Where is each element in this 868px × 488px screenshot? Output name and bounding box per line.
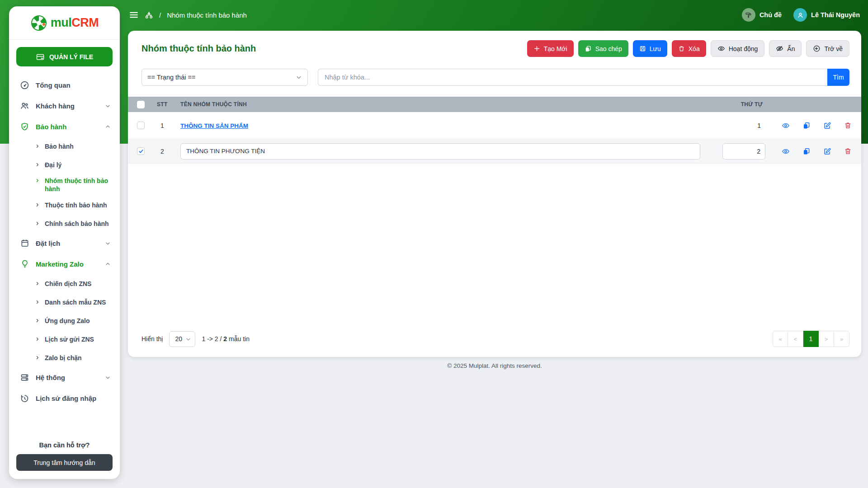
sidebar-subitem-bao-hanh[interactable]: Bảo hành xyxy=(9,137,120,155)
column-header-stt: STT xyxy=(157,101,180,108)
breadcrumb-separator: / xyxy=(159,11,161,19)
paint-roller-icon xyxy=(742,8,755,22)
chevron-right-icon xyxy=(35,144,40,149)
hide-button[interactable]: Ẩn xyxy=(769,40,802,57)
page-size-select[interactable]: 20 xyxy=(169,331,195,347)
chevron-right-icon xyxy=(35,221,40,226)
sidebar-item-tong-quan[interactable]: Tổng quan xyxy=(9,75,120,95)
row-checkbox[interactable] xyxy=(137,122,145,129)
column-header-name: TÊN NHÓM THUỘC TÍNH xyxy=(180,101,707,108)
lightbulb-icon xyxy=(20,259,29,269)
help-center-button[interactable]: Trung tâm hướng dẫn xyxy=(16,454,113,471)
trash-icon xyxy=(844,122,852,130)
sidebar-subitem-thuoc-tinh-bao-hanh[interactable]: Thuộc tính bảo hành xyxy=(9,196,120,214)
theme-switcher[interactable]: Chủ đề xyxy=(742,8,782,22)
sidebar-item-bao-hanh[interactable]: Bảo hành xyxy=(9,116,120,137)
chevron-down-icon xyxy=(105,103,111,109)
sidebar-subitem-dai-ly[interactable]: Đại lý xyxy=(9,155,120,174)
chevron-up-icon xyxy=(105,124,111,130)
history-icon xyxy=(20,394,29,403)
sidebar-subitem-ung-dung-zalo[interactable]: Ứng dụng Zalo xyxy=(9,311,120,330)
copy-icon xyxy=(802,147,811,155)
delete-row-button[interactable] xyxy=(843,146,853,156)
sidebar-item-dat-lich[interactable]: Đặt lịch xyxy=(9,233,120,253)
chevron-right-icon xyxy=(35,178,40,183)
copy-icon xyxy=(585,45,592,52)
save-icon xyxy=(639,45,646,52)
chevron-right-icon xyxy=(35,355,40,360)
copy-button[interactable]: Sao chép xyxy=(578,40,628,57)
search-button[interactable]: Tìm xyxy=(827,69,849,86)
first-page-button[interactable]: « xyxy=(773,331,788,347)
create-button[interactable]: Tạo Mới xyxy=(527,40,574,57)
server-stack-icon xyxy=(20,373,29,382)
pencil-square-icon xyxy=(823,147,831,155)
chevron-down-icon xyxy=(296,74,302,80)
chevron-down-icon xyxy=(105,375,111,380)
speedometer-icon xyxy=(20,80,29,90)
sidebar-item-khach-hang[interactable]: Khách hàng xyxy=(9,95,120,116)
edit-row-button[interactable] xyxy=(822,146,832,156)
sidebar-subitem-zalo-bi-chan[interactable]: Zalo bị chặn xyxy=(9,348,120,367)
next-page-button[interactable]: > xyxy=(819,331,834,347)
last-page-button[interactable]: » xyxy=(834,331,849,347)
sidebar: mulCRM QUẢN LÝ FILE Tổng quan xyxy=(9,6,120,479)
people-icon xyxy=(20,101,29,111)
check-icon xyxy=(138,149,144,154)
keyword-input[interactable] xyxy=(318,69,827,86)
view-row-button[interactable] xyxy=(781,146,791,156)
sidebar-subitem-chinh-sach-bao-hanh[interactable]: Chính sách bảo hành xyxy=(9,214,120,233)
delete-row-button[interactable] xyxy=(843,121,853,131)
column-header-order: THỨ TỰ xyxy=(707,101,765,108)
duplicate-row-button[interactable] xyxy=(802,146,811,156)
user-name: Lê Thái Nguyên xyxy=(811,11,860,19)
edit-row-button[interactable] xyxy=(822,121,832,131)
duplicate-row-button[interactable] xyxy=(802,121,811,131)
table-row: 2 xyxy=(128,139,861,164)
save-button[interactable]: Lưu xyxy=(633,40,667,57)
brand-logo[interactable]: mulCRM xyxy=(9,6,120,40)
active-filter-button[interactable]: Hoạt động xyxy=(711,40,765,57)
back-button[interactable]: Trở về xyxy=(806,40,849,57)
user-menu[interactable]: Lê Thái Nguyên xyxy=(793,8,860,22)
chevron-right-icon xyxy=(35,281,40,286)
trash-icon xyxy=(678,45,685,52)
chevron-right-icon xyxy=(35,337,40,342)
sitemap-icon[interactable] xyxy=(145,11,153,19)
chevron-right-icon xyxy=(35,202,40,207)
row-order-value: 1 xyxy=(707,122,765,129)
row-order-input[interactable] xyxy=(722,143,765,160)
sidebar-item-marketing-zalo[interactable]: Marketing Zalo xyxy=(9,253,120,274)
hamburger-menu-icon[interactable] xyxy=(129,10,139,20)
content-card: Nhóm thuộc tính bảo hành Tạo Mới Sao ché… xyxy=(128,31,861,357)
sidebar-nav: Tổng quan Khách hàng Bảo hành xyxy=(9,71,120,441)
support-block: Bạn cần hỗ trợ? Trung tâm hướng dẫn xyxy=(9,441,120,479)
select-all-checkbox[interactable] xyxy=(137,101,145,108)
file-manager-button[interactable]: QUẢN LÝ FILE xyxy=(16,47,113,66)
sidebar-subitem-lich-su-gui-zns[interactable]: Lịch sử gửi ZNS xyxy=(9,330,120,348)
row-checkbox-checked[interactable] xyxy=(137,147,145,155)
avatar xyxy=(793,8,807,22)
prev-page-button[interactable]: < xyxy=(788,331,803,347)
sidebar-subitem-nhom-thuoc-tinh-bao-hanh[interactable]: Nhóm thuộc tính bảo hành xyxy=(9,174,120,196)
view-row-button[interactable] xyxy=(781,121,791,131)
sidebar-subitem-chien-dich-zns[interactable]: Chiến dịch ZNS xyxy=(9,274,120,293)
row-name-input[interactable] xyxy=(180,143,700,160)
chevron-down-icon xyxy=(185,336,191,342)
shield-check-icon xyxy=(20,122,29,131)
data-table: STT TÊN NHÓM THUỘC TÍNH THỨ TỰ 1 THÔNG T… xyxy=(128,97,861,164)
eye-icon xyxy=(717,45,725,52)
sidebar-item-he-thong[interactable]: Hệ thống xyxy=(9,367,120,388)
delete-button[interactable]: Xóa xyxy=(672,40,706,57)
action-toolbar: Tạo Mới Sao chép Lưu xyxy=(527,40,849,57)
sidebar-item-lich-su-dang-nhap[interactable]: Lịch sử đăng nhập xyxy=(9,388,120,408)
copyright-footer: © 2025 Mulplat. All rights reserved. xyxy=(128,362,861,369)
row-name-link[interactable]: THÔNG TIN SẢN PHẨM xyxy=(180,122,248,129)
status-select[interactable]: == Trạng thái == xyxy=(142,69,308,86)
page-number-button[interactable]: 1 xyxy=(803,331,819,347)
sidebar-subitem-danh-sach-mau-zns[interactable]: Danh sách mẫu ZNS xyxy=(9,293,120,311)
chevron-right-icon xyxy=(35,318,40,323)
support-question: Bạn cần hỗ trợ? xyxy=(16,441,113,449)
chevron-down-icon xyxy=(105,240,111,246)
table-header-row: STT TÊN NHÓM THUỘC TÍNH THỨ TỰ xyxy=(128,97,861,112)
